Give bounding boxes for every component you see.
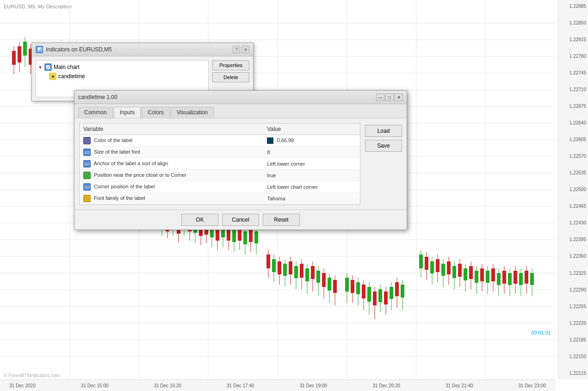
- tab-colors[interactable]: Colors: [142, 107, 170, 118]
- table-row[interactable]: 123 Size of the label font 8: [80, 147, 360, 158]
- svg-rect-185: [497, 273, 501, 285]
- svg-rect-127: [316, 271, 320, 283]
- svg-rect-183: [491, 268, 495, 281]
- num-row-icon-2: 123: [83, 160, 91, 168]
- table-cell-value: Left lower corner: [263, 158, 360, 170]
- ok-button[interactable]: OK: [181, 214, 218, 226]
- tabs-bar: Common Inputs Colors Visualization: [74, 104, 407, 118]
- svg-rect-33: [23, 42, 27, 56]
- delete-button[interactable]: Delete: [212, 72, 249, 82]
- num-row-icon: 123: [83, 149, 91, 156]
- tab-visualization[interactable]: Visualization: [171, 107, 214, 118]
- table-cell-value: Tahoma: [263, 193, 360, 205]
- svg-rect-145: [373, 292, 377, 305]
- table-cell-value: 8: [263, 147, 360, 158]
- svg-rect-103: [243, 231, 247, 244]
- svg-rect-157: [419, 254, 423, 268]
- svg-rect-163: [436, 259, 439, 272]
- svg-rect-99: [232, 229, 236, 242]
- svg-rect-141: [362, 285, 365, 298]
- minimize-button[interactable]: —: [376, 93, 384, 101]
- table-cell-variable: 123 Anchor of the label a sort of align: [80, 158, 263, 170]
- svg-rect-135: [345, 278, 349, 292]
- table-row[interactable]: 123 Anchor of the label a sort of align …: [80, 158, 360, 170]
- load-button[interactable]: Load: [365, 125, 402, 137]
- copyright-label: © ForexMT4Indicators.com: [4, 373, 60, 378]
- table-cell-value: Left lower chart corner: [263, 181, 360, 193]
- svg-rect-151: [390, 287, 393, 299]
- svg-rect-125: [311, 266, 315, 279]
- main-chart-icon: 📈: [44, 63, 52, 71]
- tree-expand-icon[interactable]: ▼: [38, 65, 43, 70]
- reset-button[interactable]: Reset: [263, 214, 300, 226]
- table-cell-value: 0,66,99: [263, 135, 360, 147]
- svg-rect-187: [502, 271, 506, 284]
- font-row-icon: [83, 195, 91, 202]
- table-cell-variable: 123 Size of the label font: [80, 147, 263, 158]
- props-content: Variable Value Color of the label 0,66,9…: [74, 118, 407, 210]
- tree-indicator-item[interactable]: ★ candletime: [49, 72, 206, 81]
- svg-rect-121: [300, 264, 303, 278]
- table-row[interactable]: Font family of the label Tahoma: [80, 193, 360, 205]
- svg-rect-133: [333, 280, 337, 293]
- tab-common[interactable]: Common: [78, 107, 113, 118]
- num-row-icon-3: 123: [83, 183, 91, 191]
- svg-rect-167: [447, 261, 451, 274]
- save-button[interactable]: Save: [365, 140, 402, 152]
- svg-rect-149: [384, 292, 388, 304]
- indicators-title-bar: 📊 Indicators on EURUSD,M5 ? ✕: [32, 43, 253, 56]
- props-dialog-title: candletime 1.00: [78, 94, 118, 100]
- side-buttons: Load Save: [365, 123, 402, 205]
- params-table: Variable Value Color of the label 0,66,9…: [79, 123, 360, 205]
- svg-rect-197: [530, 273, 534, 285]
- maximize-button[interactable]: □: [385, 93, 394, 101]
- svg-rect-189: [508, 273, 512, 285]
- svg-rect-177: [475, 271, 478, 283]
- svg-rect-115: [283, 264, 287, 276]
- svg-rect-113: [278, 261, 281, 274]
- svg-rect-123: [305, 268, 309, 281]
- table-row[interactable]: 123 Corner position of the label Left lo…: [80, 181, 360, 193]
- indicators-help-button[interactable]: ?: [233, 46, 240, 53]
- svg-rect-105: [249, 229, 253, 242]
- svg-rect-169: [452, 266, 456, 278]
- properties-button[interactable]: Properties: [212, 60, 249, 70]
- svg-rect-117: [289, 261, 292, 274]
- table-cell-variable: Font family of the label: [80, 193, 263, 205]
- svg-rect-191: [514, 271, 517, 284]
- col-variable: Variable: [80, 124, 263, 135]
- svg-rect-171: [458, 264, 462, 277]
- svg-rect-147: [378, 289, 382, 302]
- indicator-label: candletime: [58, 73, 85, 80]
- indicator-dialog-icon: 📊: [36, 46, 43, 53]
- timer-label: 00:01:01: [531, 330, 551, 335]
- color-swatch: [267, 137, 273, 144]
- main-chart-label: Main chart: [54, 64, 80, 70]
- svg-rect-31: [18, 46, 21, 62]
- table-row[interactable]: Position near the price close or to Corn…: [80, 170, 360, 181]
- price-axis: 1.22885 1.22850 1.22815 1.22780 1.22745 …: [558, 0, 588, 379]
- close-button[interactable]: ✕: [395, 93, 403, 101]
- svg-rect-129: [322, 273, 326, 287]
- indicator-icon: ★: [49, 73, 56, 80]
- tab-inputs[interactable]: Inputs: [114, 107, 141, 118]
- svg-rect-193: [519, 273, 523, 285]
- svg-rect-155: [401, 285, 404, 298]
- dialog-footer: OK Cancel Reset: [74, 210, 407, 230]
- svg-rect-179: [480, 268, 484, 281]
- indicators-close-button[interactable]: ✕: [242, 46, 249, 53]
- svg-rect-173: [464, 268, 467, 280]
- svg-rect-139: [356, 282, 360, 294]
- svg-rect-143: [367, 287, 371, 302]
- svg-rect-161: [430, 261, 434, 273]
- cancel-button[interactable]: Cancel: [222, 214, 259, 226]
- svg-rect-195: [525, 271, 528, 284]
- svg-rect-175: [469, 266, 473, 279]
- table-cell-variable: Position near the price close or to Corn…: [80, 170, 263, 181]
- table-row[interactable]: Color of the label 0,66,99: [80, 135, 360, 147]
- color-row-icon: [83, 137, 91, 144]
- svg-rect-159: [425, 257, 428, 270]
- svg-rect-153: [395, 282, 399, 296]
- pos-row-icon: [83, 172, 91, 179]
- svg-rect-107: [254, 231, 258, 243]
